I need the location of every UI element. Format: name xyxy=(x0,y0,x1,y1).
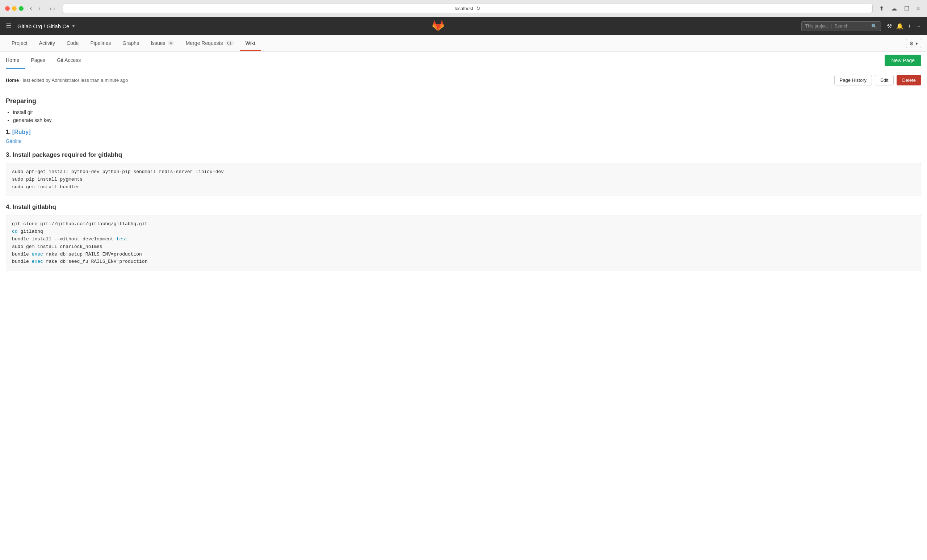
subtab-pages[interactable]: Pages xyxy=(25,52,51,69)
hamburger-menu[interactable]: ☰ xyxy=(6,22,12,30)
search-box[interactable]: This project | Search 🔍 xyxy=(801,21,881,31)
settings-dropdown-button[interactable]: ⚙ ▾ xyxy=(906,39,921,48)
issues-badge: 4 xyxy=(168,41,174,46)
install-packages-heading: 3. Install packages required for gitlabh… xyxy=(6,151,921,159)
top-nav-icons: ⚒ 🔔 + → xyxy=(887,23,921,30)
code-text: bundle xyxy=(12,259,32,264)
mac-nav-buttons: ‹ › xyxy=(28,5,43,12)
project-navigation: Project Activity Code Pipelines Graphs I… xyxy=(0,35,927,52)
gitolite-link-para: Gitolite xyxy=(6,138,921,144)
mac-maximize-button[interactable] xyxy=(19,6,24,11)
search-placeholder: Search xyxy=(835,24,848,29)
code-keyword: exec xyxy=(32,252,43,257)
tab-merge-requests[interactable]: Merge Requests 61 xyxy=(180,36,240,51)
project-nav-tabs: Project Activity Code Pipelines Graphs I… xyxy=(6,36,906,51)
install-gitlabhq-heading: 4. Install gitlabhq xyxy=(6,203,921,211)
delete-button[interactable]: Delete xyxy=(897,75,921,85)
mac-window-chrome: ‹ › ▭ localhost ↻ ⬆ ☁ ❐ ≡ xyxy=(0,0,927,17)
list-item: install git xyxy=(13,109,921,115)
tab-pipelines[interactable]: Pipelines xyxy=(84,36,117,51)
mac-action-buttons: ⬆ ☁ ❐ ≡ xyxy=(877,5,922,13)
code-line: bundle exec rake db:seed_fu RAILS_ENV=pr… xyxy=(12,258,915,266)
code-text: rake db:seed_fu RAILS_ENV=production xyxy=(43,259,148,264)
reload-button[interactable]: ↻ xyxy=(476,5,480,11)
tab-graphs[interactable]: Graphs xyxy=(117,36,145,51)
tab-project[interactable]: Project xyxy=(6,36,33,51)
code-text: bundle xyxy=(12,252,32,257)
signout-icon[interactable]: → xyxy=(915,23,921,29)
tab-activity[interactable]: Activity xyxy=(33,36,61,51)
page-meta: Home · last edited by Administrator less… xyxy=(6,77,834,83)
page-edit-meta: · last edited by Administrator less than… xyxy=(20,77,128,83)
fullscreen-button[interactable]: ❐ xyxy=(902,5,912,13)
preparing-list: install git generate ssh key xyxy=(13,109,921,123)
list-item: generate ssh key xyxy=(13,117,921,123)
edit-button[interactable]: Edit xyxy=(875,75,894,85)
home-page-link[interactable]: Home xyxy=(6,77,19,83)
top-navigation: ☰ Gitlab Org / Gitlab Ce ▼ This project … xyxy=(0,17,927,35)
code-text: rake db:setup RAILS_ENV=production xyxy=(43,252,142,257)
code-keyword: exec xyxy=(32,259,43,264)
project-title-text: Gitlab Org / Gitlab Ce xyxy=(17,23,69,29)
wiki-content: Preparing install git generate ssh key 1… xyxy=(0,90,927,284)
new-page-button[interactable]: New Page xyxy=(884,55,921,66)
code-line: bundle exec rake db:setup RAILS_ENV=prod… xyxy=(12,251,915,258)
tab-code[interactable]: Code xyxy=(61,36,84,51)
bell-icon[interactable]: 🔔 xyxy=(896,23,903,30)
code-block-gitlabhq: git clone git://github.com/gitlabhq/gitl… xyxy=(6,215,921,271)
mac-back-button[interactable]: ‹ xyxy=(28,5,34,12)
search-separator: | xyxy=(831,24,832,29)
section-ruby-numbered: 1. [Ruby] xyxy=(6,129,921,135)
code-line: git clone git://github.com/gitlabhq/gitl… xyxy=(12,220,915,228)
gitolite-link[interactable]: Gitolite xyxy=(6,138,22,144)
project-title[interactable]: Gitlab Org / Gitlab Ce ▼ xyxy=(17,23,75,29)
code-line: sudo pip install pygments xyxy=(12,176,915,184)
url-text: localhost xyxy=(455,6,473,11)
gitlab-logo xyxy=(432,20,444,33)
url-bar[interactable]: localhost ↻ xyxy=(63,4,873,13)
code-line: cd gitlabhq xyxy=(12,228,915,236)
code-keyword: cd xyxy=(12,229,18,234)
search-icon: 🔍 xyxy=(871,24,877,29)
share-button[interactable]: ⬆ xyxy=(877,5,886,13)
settings-icon[interactable]: ⚒ xyxy=(887,23,892,30)
page-history-button[interactable]: Page History xyxy=(834,75,872,85)
code-line: sudo apt-get install python-dev python-p… xyxy=(12,168,915,176)
subtab-home[interactable]: Home xyxy=(6,52,25,69)
code-block-packages: sudo apt-get install python-dev python-p… xyxy=(6,163,921,196)
wiki-subnav: Home Pages Git Access New Page xyxy=(0,52,927,69)
project-title-chevron: ▼ xyxy=(71,24,75,28)
mac-forward-button[interactable]: › xyxy=(36,5,43,12)
page-header: Home · last edited by Administrator less… xyxy=(0,69,927,90)
merge-requests-badge: 61 xyxy=(225,41,234,46)
mac-minimize-button[interactable] xyxy=(12,6,17,11)
code-line: sudo gem install bundler xyxy=(12,184,915,191)
code-text: bundle install --without development xyxy=(12,237,117,242)
tab-wiki[interactable]: Wiki xyxy=(240,36,261,51)
plus-icon[interactable]: + xyxy=(908,23,911,29)
subtab-git-access[interactable]: Git Access xyxy=(51,52,87,69)
code-text: gitlabhq xyxy=(18,229,43,234)
page-action-buttons: Page History Edit Delete xyxy=(834,75,921,85)
preparing-heading: Preparing xyxy=(6,97,921,105)
mac-traffic-lights xyxy=(5,6,24,11)
code-keyword: test xyxy=(117,237,128,242)
mac-sidebar-button[interactable]: ▭ xyxy=(47,5,58,13)
cloud-button[interactable]: ☁ xyxy=(889,5,899,13)
extensions-button[interactable]: ≡ xyxy=(914,5,922,12)
mac-close-button[interactable] xyxy=(5,6,10,11)
wiki-sub-tabs: Home Pages Git Access xyxy=(6,52,884,69)
search-scope: This project xyxy=(805,24,828,29)
code-line: bundle install --without development tes… xyxy=(12,236,915,243)
ruby-link[interactable]: [Ruby] xyxy=(12,129,31,135)
tab-issues[interactable]: Issues 4 xyxy=(145,36,180,51)
code-line: sudo gem install charlock_holmes xyxy=(12,243,915,251)
